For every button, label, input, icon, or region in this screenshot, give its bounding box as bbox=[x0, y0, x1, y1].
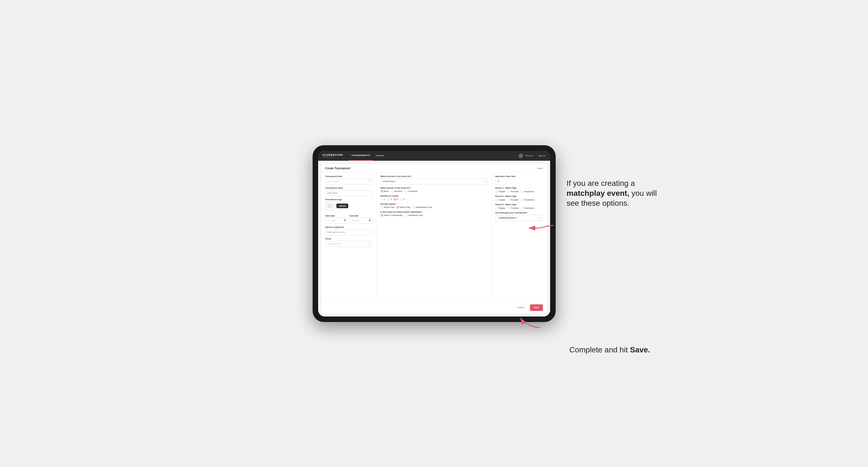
panel-title: Create Tournament bbox=[325, 167, 350, 170]
rounds-group: Number of rounds 1 2 bbox=[380, 195, 488, 200]
round1-singles-label: Singles bbox=[499, 190, 506, 193]
gender-combined-label: Combined bbox=[408, 190, 417, 192]
back-button[interactable]: ← Back bbox=[535, 167, 543, 169]
sign-out-link[interactable]: Sign out bbox=[538, 155, 546, 157]
navbar-brand: SCOREBOARD Powered by clippit bbox=[322, 154, 343, 158]
round2-singles[interactable]: Singles bbox=[495, 198, 506, 201]
upload-button[interactable]: Upload bbox=[336, 204, 348, 208]
teams-teams-radio[interactable] bbox=[380, 214, 383, 217]
round2-options: Singles Fourball Foursomes bbox=[495, 198, 543, 201]
round1-fourball-label: Fourball bbox=[511, 190, 518, 193]
round-1[interactable]: 1 bbox=[380, 198, 385, 200]
round1-options: Singles Fourball Foursomes bbox=[495, 190, 543, 193]
scoring-match-radio[interactable] bbox=[397, 206, 399, 209]
round2-fourball[interactable]: Fourball bbox=[507, 198, 518, 201]
round3-singles-radio[interactable] bbox=[495, 207, 498, 209]
api-tag-close[interactable]: ✕ bbox=[515, 217, 517, 219]
round1-fourball-radio[interactable] bbox=[507, 190, 510, 193]
round2-fourball-radio[interactable] bbox=[507, 198, 510, 201]
start-date-input[interactable]: Pick a date 📅 bbox=[325, 218, 348, 224]
round3-foursomes-label: Foursomes bbox=[524, 207, 534, 209]
gender-combined-radio[interactable] bbox=[405, 190, 407, 192]
end-date-label: End date bbox=[350, 215, 359, 217]
round-4-radio[interactable] bbox=[400, 198, 403, 200]
tournament-name-input[interactable] bbox=[325, 190, 373, 196]
annotation-right: If you are creating a matchplay event, y… bbox=[567, 178, 660, 209]
round3-singles[interactable]: Singles bbox=[495, 207, 506, 209]
gender-mens-radio[interactable] bbox=[380, 190, 383, 192]
round3-label: Round 3 - Match Type bbox=[495, 203, 543, 206]
gender-womens-radio[interactable] bbox=[391, 190, 394, 192]
powered-by-text: Powered by clippit bbox=[322, 156, 343, 158]
round-3-radio[interactable] bbox=[394, 198, 396, 200]
scoring-medal[interactable]: Medal Match Play bbox=[412, 206, 432, 209]
panel-header: Create Tournament ← Back bbox=[321, 164, 547, 172]
teams-group: Is this event for Teams and/or Individua… bbox=[380, 211, 488, 217]
round2-label: Round 2 - Match Type bbox=[495, 195, 543, 197]
round-2-radio[interactable] bbox=[387, 198, 390, 200]
left-column: Tournament Host Search team ▼ Tournament… bbox=[321, 172, 377, 302]
division-select[interactable]: NCAA Division I ▼ bbox=[380, 178, 488, 185]
api-tag: Leaderboard King ✕ bbox=[498, 217, 518, 219]
round1-foursomes-radio[interactable] bbox=[521, 190, 523, 193]
round3-foursomes[interactable]: Foursomes bbox=[521, 207, 534, 209]
round-3-label: 3 bbox=[397, 198, 398, 200]
round3-fourball[interactable]: Fourball bbox=[507, 207, 518, 209]
user-avatar bbox=[519, 154, 523, 158]
round-2-label: 2 bbox=[391, 198, 392, 200]
round-4[interactable]: 4 bbox=[400, 198, 405, 200]
venue-input[interactable]: Search golf club ▼ bbox=[325, 241, 373, 247]
round3-foursomes-radio[interactable] bbox=[521, 207, 523, 209]
create-tournament-panel: Create Tournament ← Back Tournament Host… bbox=[321, 164, 547, 313]
tab-tournaments[interactable]: TOURNAMENTS bbox=[349, 151, 373, 161]
max-team-size-group: Maximum Team Size bbox=[495, 175, 543, 185]
round-2[interactable]: 2 bbox=[387, 198, 392, 200]
round1-singles[interactable]: Singles bbox=[495, 190, 506, 193]
date-row: Start date Pick a date 📅 End date bbox=[325, 213, 373, 224]
start-date-group: Start date Pick a date 📅 bbox=[325, 213, 348, 224]
tournament-name-label: Tournament name bbox=[325, 187, 373, 189]
gender-group: Which gender is the event for? Mens Wome… bbox=[380, 187, 488, 192]
round2-foursomes-radio[interactable] bbox=[521, 198, 523, 201]
round1-fourball[interactable]: Fourball bbox=[507, 190, 518, 193]
save-button[interactable]: Save bbox=[530, 304, 543, 311]
svg-point-1 bbox=[329, 205, 330, 206]
api-label: Use third-party live scoring API? bbox=[495, 212, 543, 214]
scoring-stroke[interactable]: Stroke Play bbox=[380, 206, 394, 209]
sponsor-input[interactable] bbox=[325, 229, 373, 235]
end-date-input[interactable]: Pick a date 📅 bbox=[350, 218, 373, 224]
round-3[interactable]: 3 bbox=[394, 198, 398, 200]
tournament-host-input[interactable]: Search team ▼ bbox=[325, 178, 373, 185]
scoring-stroke-radio[interactable] bbox=[380, 206, 383, 209]
logo-placeholder bbox=[325, 201, 334, 211]
scoring-medal-radio[interactable] bbox=[412, 206, 415, 209]
teams-individuals[interactable]: Individuals Only bbox=[405, 214, 423, 217]
round1-singles-radio[interactable] bbox=[495, 190, 498, 193]
cancel-button[interactable]: Cancel bbox=[514, 304, 528, 311]
teams-individuals-radio[interactable] bbox=[405, 214, 408, 217]
rounds-label: Number of rounds bbox=[380, 195, 488, 197]
round3-fourball-radio[interactable] bbox=[507, 207, 510, 209]
gender-womens[interactable]: Womens bbox=[391, 190, 402, 192]
gender-mens[interactable]: Mens bbox=[380, 190, 389, 192]
round3-singles-label: Singles bbox=[499, 207, 506, 209]
max-team-size-input[interactable] bbox=[495, 178, 506, 185]
round-1-radio[interactable] bbox=[380, 198, 383, 200]
round-1-label: 1 bbox=[384, 198, 385, 200]
teams-teams[interactable]: Teams (+Individuals) bbox=[380, 214, 403, 217]
round1-foursomes-label: Foursomes bbox=[524, 190, 534, 193]
round2-singles-radio[interactable] bbox=[495, 198, 498, 201]
gender-combined[interactable]: Combined bbox=[405, 190, 417, 192]
tab-teams[interactable]: TEAMS bbox=[373, 151, 387, 161]
venue-group: Venue Search golf club ▼ bbox=[325, 238, 373, 247]
tournament-logo-label: Tournament logo bbox=[325, 198, 373, 201]
round1-foursomes[interactable]: Foursomes bbox=[521, 190, 534, 193]
round2-foursomes[interactable]: Foursomes bbox=[521, 198, 534, 201]
right-column: Maximum Team Size Round 1 - Match Type S… bbox=[492, 172, 547, 302]
round2-singles-label: Singles bbox=[499, 198, 506, 201]
tournament-host-label: Tournament Host bbox=[325, 175, 373, 178]
scoring-options: Stroke Play Match Play Medal Match Play bbox=[380, 206, 488, 209]
scoring-match[interactable]: Match Play bbox=[397, 206, 410, 209]
venue-label: Venue bbox=[325, 238, 373, 240]
max-team-size-label: Maximum Team Size bbox=[495, 175, 543, 178]
